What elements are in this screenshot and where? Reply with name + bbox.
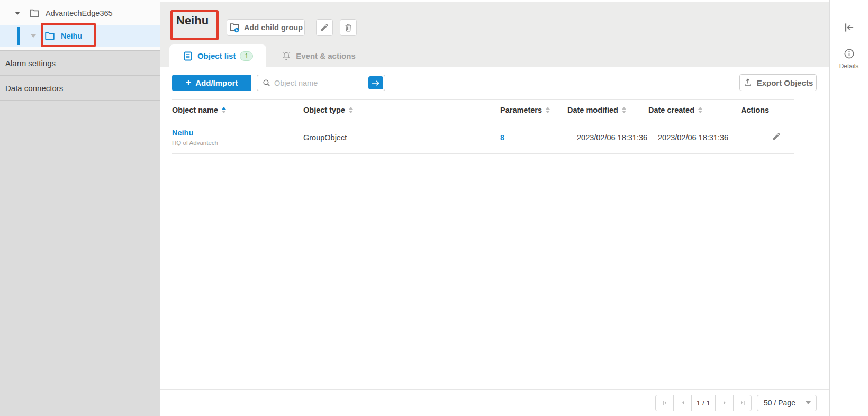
add-import-label: Add/Import bbox=[195, 78, 238, 87]
cell-parameters: 8 bbox=[500, 133, 567, 142]
first-page-button[interactable] bbox=[655, 395, 674, 411]
search-input[interactable] bbox=[274, 79, 368, 87]
search-submit-button[interactable] bbox=[368, 76, 383, 89]
column-header-object-type[interactable]: Object type bbox=[303, 106, 500, 114]
plus-icon: + bbox=[186, 77, 192, 88]
cell-date-modified: 2023/02/06 18:31:36 bbox=[567, 133, 648, 142]
upload-icon bbox=[743, 78, 753, 87]
parameters-link[interactable]: 8 bbox=[500, 133, 504, 142]
tab-object-list[interactable]: Object list 1 bbox=[169, 44, 266, 67]
tree-item-label: AdvantechEdge365 bbox=[46, 9, 113, 17]
sidebar-item-data-connectors[interactable]: Data connectors bbox=[0, 76, 160, 101]
tab-bar: Object list 1 Event & actions bbox=[160, 44, 365, 67]
next-page-button[interactable] bbox=[715, 395, 734, 411]
column-header-object-name[interactable]: Object name bbox=[172, 106, 303, 114]
prev-page-button[interactable] bbox=[673, 395, 692, 411]
count-badge: 1 bbox=[240, 51, 253, 61]
add-import-button[interactable]: + Add/Import bbox=[172, 75, 251, 91]
tree-item-label: Neihu bbox=[61, 32, 82, 40]
column-header-parameters[interactable]: Parameters bbox=[500, 106, 567, 114]
delete-group-button[interactable] bbox=[340, 19, 357, 36]
document-icon bbox=[183, 51, 193, 61]
cell-object-name: Neihu HQ of Advantech bbox=[172, 129, 303, 146]
sort-icon[interactable] bbox=[622, 107, 626, 113]
empty-area bbox=[160, 154, 829, 389]
search-icon bbox=[262, 78, 271, 87]
pencil-icon bbox=[772, 132, 781, 141]
column-header-date-created[interactable]: Date created bbox=[648, 106, 741, 114]
last-page-button[interactable] bbox=[733, 395, 752, 411]
tab-divider bbox=[365, 50, 365, 61]
main-area: Neihu Add child group bbox=[160, 0, 829, 416]
column-header-date-modified[interactable]: Date modified bbox=[567, 106, 648, 114]
details-sidebar: Details bbox=[829, 0, 868, 416]
folder-icon bbox=[29, 7, 40, 19]
last-page-icon bbox=[739, 399, 746, 406]
tree-item-neihu[interactable]: Neihu bbox=[0, 25, 160, 47]
object-list-panel: + Add/Import bbox=[160, 67, 829, 416]
main-header: Neihu Add child group bbox=[160, 2, 829, 67]
tab-label: Event & actions bbox=[296, 51, 356, 60]
tab-label: Object list bbox=[197, 51, 236, 60]
prev-page-icon bbox=[679, 399, 686, 406]
add-child-group-label: Add child group bbox=[244, 23, 303, 32]
sidebar-menu: Alarm settings Data connectors bbox=[0, 50, 160, 416]
expander-caret-icon[interactable] bbox=[31, 34, 36, 38]
column-header-actions: Actions bbox=[741, 106, 794, 114]
table-header: Object name Object type Parameters Date … bbox=[172, 99, 794, 121]
info-icon bbox=[843, 48, 855, 60]
expander-caret-icon[interactable] bbox=[15, 12, 20, 15]
object-subtitle: HQ of Advantech bbox=[172, 140, 303, 146]
edit-group-button[interactable] bbox=[316, 19, 333, 36]
toolbar: + Add/Import bbox=[160, 67, 829, 99]
pagination-bar: 1 / 1 50 / Page bbox=[160, 389, 829, 416]
selection-bar bbox=[17, 27, 20, 45]
object-name-link[interactable]: Neihu bbox=[172, 129, 193, 137]
add-child-group-button[interactable]: Add child group bbox=[227, 19, 305, 36]
trash-icon bbox=[343, 23, 353, 32]
page-size-select[interactable]: 50 / Page bbox=[757, 395, 817, 411]
sort-icon[interactable] bbox=[546, 107, 550, 113]
page-indicator: 1 / 1 bbox=[691, 395, 716, 411]
sidebar-item-label: Data connectors bbox=[5, 84, 63, 93]
chevron-down-icon bbox=[806, 401, 811, 404]
tree-item-root[interactable]: AdvantechEdge365 bbox=[0, 3, 160, 23]
folder-plus-icon bbox=[229, 22, 240, 33]
pencil-icon bbox=[320, 23, 329, 32]
folder-icon bbox=[44, 30, 56, 42]
next-page-icon bbox=[721, 399, 728, 406]
sort-icon[interactable] bbox=[222, 107, 226, 113]
table-row: Neihu HQ of Advantech GroupObject 8 2023… bbox=[172, 121, 794, 154]
collapse-panel-button[interactable] bbox=[842, 21, 856, 34]
object-search bbox=[257, 75, 385, 91]
left-sidebar: AdvantechEdge365 Neihu Alarm settings Da… bbox=[0, 0, 160, 416]
object-table: Object name Object type Parameters Date … bbox=[172, 99, 794, 154]
collapse-left-icon bbox=[842, 21, 856, 34]
details-tab[interactable]: Details bbox=[830, 41, 868, 70]
collapse-section bbox=[830, 0, 868, 41]
sidebar-item-alarm-settings[interactable]: Alarm settings bbox=[0, 51, 160, 76]
details-label: Details bbox=[839, 62, 859, 70]
page-title: Neihu bbox=[176, 14, 209, 28]
bell-icon bbox=[281, 51, 292, 61]
sidebar-item-label: Alarm settings bbox=[5, 59, 56, 68]
first-page-icon bbox=[661, 399, 668, 406]
cell-date-created: 2023/02/06 18:31:36 bbox=[648, 133, 741, 142]
pager: 1 / 1 bbox=[655, 395, 752, 411]
sort-icon[interactable] bbox=[698, 107, 702, 113]
app-root: AdvantechEdge365 Neihu Alarm settings Da… bbox=[0, 0, 868, 416]
sort-icon[interactable] bbox=[349, 107, 353, 113]
cell-object-type: GroupObject bbox=[303, 133, 500, 142]
group-tree: AdvantechEdge365 Neihu bbox=[0, 0, 160, 50]
export-objects-label: Export Objects bbox=[757, 78, 813, 87]
export-objects-button[interactable]: Export Objects bbox=[739, 74, 817, 91]
cell-actions bbox=[741, 132, 794, 143]
arrow-right-icon bbox=[372, 80, 380, 86]
tab-event-actions[interactable]: Event & actions bbox=[272, 44, 365, 67]
page-size-value: 50 / Page bbox=[764, 399, 795, 407]
row-edit-button[interactable] bbox=[772, 132, 781, 141]
